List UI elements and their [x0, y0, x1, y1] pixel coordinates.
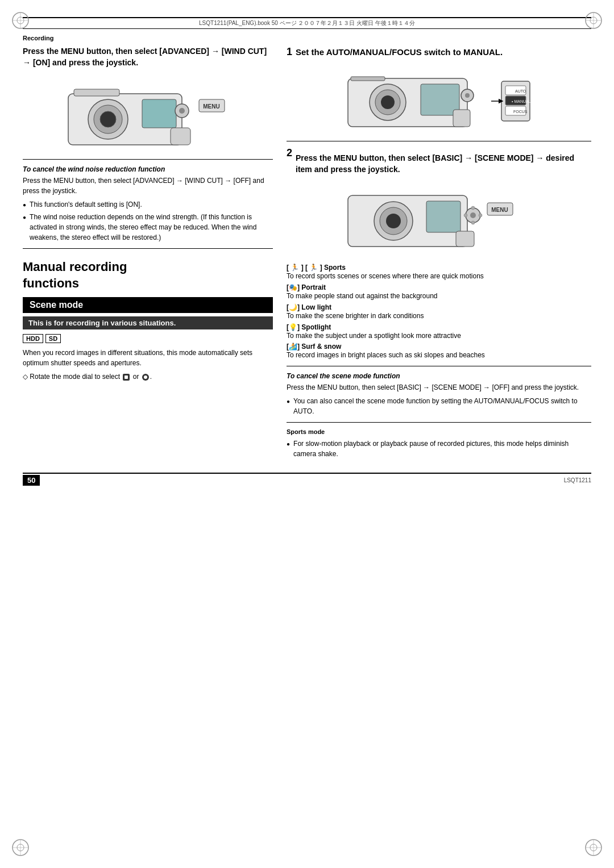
svg-point-30	[144, 375, 147, 379]
page-number-box: 50	[23, 476, 40, 485]
mode-text-1: To make people stand out against the bac…	[287, 291, 591, 301]
header-strip: LSQT1211(PAL_ENG).book 50 ページ ２００７年２月１３日…	[23, 17, 591, 29]
corner-decoration-br	[583, 837, 604, 858]
mode-item-0: [ 🏃 ] [ 🏃 ] Sports To record sports scen…	[287, 264, 591, 281]
page: LSQT1211(PAL_ENG).book 50 ページ ２００７年２月１３日…	[0, 0, 614, 868]
svg-rect-52	[426, 201, 460, 232]
manual-recording-heading: Manual recording functions	[23, 259, 273, 291]
left-column: Press the MENU button, then select [ADVA…	[23, 46, 273, 461]
step2-number: 2	[287, 147, 292, 159]
section-label: Recording	[23, 35, 591, 41]
divider-right-2	[287, 366, 591, 366]
camera-diagram-1: MENU	[23, 74, 273, 153]
divider-right-3	[287, 422, 591, 423]
page-footer: 50 LSQT1211	[23, 473, 591, 485]
svg-point-23	[179, 108, 185, 114]
badge-sd: SD	[45, 334, 61, 343]
svg-point-58	[479, 214, 482, 217]
svg-point-19	[100, 111, 116, 127]
modes-list: [ 🏃 ] [ 🏃 ] Sports To record sports scen…	[287, 264, 591, 360]
svg-text:FOCUS: FOCUS	[513, 110, 528, 114]
cancel-wind-body: Press the MENU button, then select [ADVA…	[23, 176, 273, 196]
mode-text-2: To make the scene brighter in dark condi…	[287, 311, 591, 321]
svg-point-55	[471, 206, 475, 210]
sports-mode-bullet-0: For slow-motion playback or playback pau…	[287, 439, 591, 459]
sports-mode-label: Sports mode	[287, 428, 591, 435]
svg-rect-59	[456, 231, 474, 247]
right-column: 1 Set the AUTO/MANUAL/FOCUS switch to MA…	[287, 46, 591, 461]
svg-rect-21	[74, 89, 119, 96]
mode-item-3: [💡] Spotlight To make the subject under …	[287, 323, 591, 341]
svg-text:MENU: MENU	[491, 207, 508, 213]
camera-diagram-step2: MENU	[287, 184, 591, 258]
svg-point-34	[381, 95, 395, 109]
footer-code: LSQT1211	[564, 477, 591, 483]
scene-mode-title: Scene mode	[23, 297, 273, 313]
svg-point-56	[471, 221, 475, 224]
svg-text:• MANUAL: • MANUAL	[512, 99, 531, 103]
svg-point-51	[386, 214, 401, 228]
svg-text:MENU: MENU	[203, 103, 219, 110]
step2-heading: Press the MENU button, then select [BASI…	[296, 153, 591, 175]
svg-rect-39	[453, 110, 470, 127]
corner-decoration-tr	[583, 10, 604, 31]
mode-item-1: [🎭] Portrait To make people stand out ag…	[287, 283, 591, 301]
step1-heading: Set the AUTO/MANUAL/FOCUS switch to MANU…	[296, 46, 503, 58]
scene-mode-subtext: This is for recording in various situati…	[23, 316, 273, 329]
divider-1	[23, 159, 273, 160]
divider-2	[23, 248, 273, 249]
svg-rect-36	[351, 77, 385, 81]
page-number: 50	[23, 475, 40, 486]
mode-item-2: [🌙] Low light To make the scene brighter…	[287, 303, 591, 321]
main-content: Press the MENU button, then select [ADVA…	[23, 46, 591, 461]
step1-number: 1	[287, 46, 292, 58]
badge-hdd: HDD	[23, 334, 43, 343]
cancel-wind-heading: To cancel the wind noise reduction funct…	[23, 165, 273, 173]
svg-rect-28	[125, 375, 128, 379]
camera-diagram-step1: AUTO • MANUAL FOCUS	[287, 67, 591, 135]
mode-text-3: To make the subject under a spotlight lo…	[287, 331, 591, 341]
svg-point-54	[470, 212, 476, 218]
svg-rect-20	[142, 99, 176, 128]
rotate-instruction: ◇ Rotate the mode dial to select or .	[23, 372, 273, 382]
mode-text-4: To record images in bright places such a…	[287, 350, 591, 360]
cancel-scene-bullet-0: You can also cancel the scene mode funct…	[287, 396, 591, 416]
header-file-info: LSQT1211(PAL_ENG).book 50 ページ ２００７年２月１３日…	[199, 19, 415, 27]
svg-point-38	[465, 93, 470, 98]
cancel-scene-heading: To cancel the scene mode function	[287, 372, 591, 380]
svg-text:AUTO: AUTO	[515, 89, 526, 93]
badge-row: HDD SD	[23, 334, 273, 343]
svg-rect-26	[171, 128, 190, 145]
bullet-1: This function's default setting is [ON].	[23, 199, 273, 210]
mode-item-4: [🏄] Surf & snow To record images in brig…	[287, 343, 591, 360]
corner-decoration-tl	[10, 10, 31, 31]
mode-text-0: To record sports scenes or scenes where …	[287, 272, 591, 281]
scene-body: When you record images in different situ…	[23, 348, 273, 368]
svg-point-57	[464, 214, 467, 217]
left-instruction-heading: Press the MENU button, then select [ADVA…	[23, 46, 273, 68]
corner-decoration-bl	[10, 837, 31, 858]
bullet-2: The wind noise reduction depends on the …	[23, 212, 273, 243]
cancel-scene-body: Press the MENU button, then select [BASI…	[287, 382, 591, 393]
divider-right-1	[287, 141, 591, 141]
